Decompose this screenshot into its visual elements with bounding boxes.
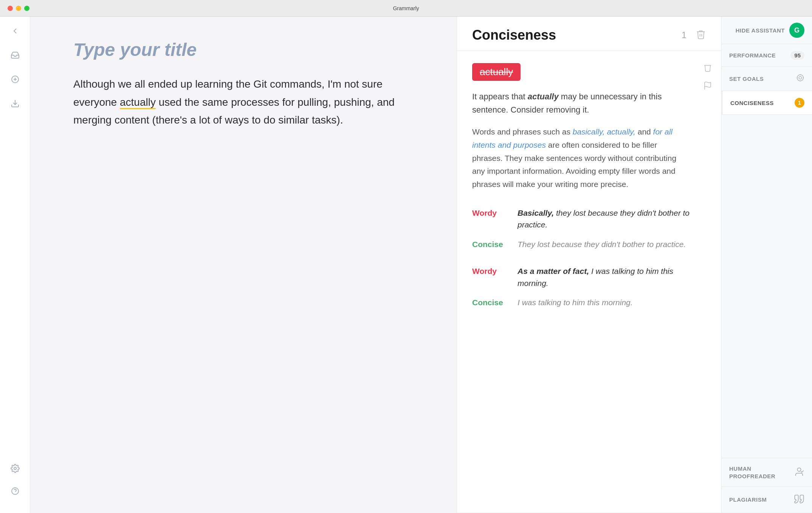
plagiarism-label: PLAGIARISM xyxy=(729,496,767,504)
panel-delete-icon[interactable] xyxy=(696,29,706,41)
example-row-2-concise: Concise I was talking to him this mornin… xyxy=(472,293,706,312)
grammarly-avatar[interactable]: G xyxy=(789,23,804,38)
help-icon[interactable] xyxy=(8,484,22,498)
conciseness-badge: 1 xyxy=(795,98,804,108)
editor-area[interactable]: Type your title Although we all ended up… xyxy=(30,17,457,513)
maximize-button[interactable] xyxy=(24,6,29,11)
window-controls xyxy=(8,6,29,11)
panel-header-right: 1 xyxy=(682,29,706,41)
suggestion-explanation: Words and phrases such as basically, act… xyxy=(472,125,684,191)
human-proofreader-label: HUMAN PROOFREADER xyxy=(729,465,794,480)
main-content: Type your title Although we all ended up… xyxy=(30,17,721,513)
concise-label-1: Concise xyxy=(472,235,518,254)
left-sidebar xyxy=(0,17,30,513)
example-row-2: Wordy As a matter of fact, I was talking… xyxy=(472,261,706,293)
card-flag-icon[interactable] xyxy=(703,81,712,92)
panel-header: Conciseness 1 xyxy=(457,17,721,51)
editor-container: Type your title Although we all ended up… xyxy=(73,39,414,129)
concise-text-2: I was talking to him this morning. xyxy=(518,293,706,312)
document-title[interactable]: Type your title xyxy=(73,39,414,60)
highlighted-word[interactable]: actually xyxy=(120,96,156,109)
left-sidebar-bottom xyxy=(8,462,22,505)
app-body: Type your title Although we all ended up… xyxy=(0,17,812,513)
wordy-text-2: As a matter of fact, I was talking to hi… xyxy=(518,261,706,293)
svg-point-4 xyxy=(14,467,16,470)
inbox-icon[interactable] xyxy=(8,48,22,62)
document-body[interactable]: Although we all ended up learning the Gi… xyxy=(73,75,414,129)
word-badge[interactable]: actually xyxy=(472,63,521,81)
performance-label: PERFORMANCE xyxy=(729,52,776,59)
example-row-1-concise: Concise They lost because they didn't bo… xyxy=(472,235,706,254)
card-delete-icon[interactable] xyxy=(703,63,712,74)
performance-score: 95 xyxy=(790,51,804,60)
conciseness-item[interactable]: CONCISENESS 1 xyxy=(722,91,812,115)
hide-assistant-label: HIDE ASSISTANT xyxy=(736,27,785,34)
minimize-button[interactable] xyxy=(16,6,21,11)
plagiarism-item[interactable]: PLAGIARISM xyxy=(722,487,812,513)
right-sidebar-header: HIDE ASSISTANT G xyxy=(722,17,812,44)
concise-text-1: They lost because they didn't bother to … xyxy=(518,235,706,254)
suggestion-main-text: It appears that actually may be unnecess… xyxy=(472,90,684,116)
window-title: Grammarly xyxy=(393,5,419,11)
svg-point-8 xyxy=(797,75,804,81)
suggestion-panel: Conciseness 1 xyxy=(457,17,721,513)
link-basically[interactable]: basically, actually, xyxy=(573,127,635,136)
human-proofreader-item[interactable]: HUMAN PROOFREADER xyxy=(722,458,812,487)
set-goals-item[interactable]: SET GOALS xyxy=(722,67,812,91)
concise-label-2: Concise xyxy=(472,293,518,312)
titlebar: Grammarly xyxy=(0,0,812,17)
examples-table: Wordy Basically, they lost because they … xyxy=(472,203,706,312)
back-icon[interactable] xyxy=(8,24,22,38)
performance-item[interactable]: PERFORMANCE 95 xyxy=(722,44,812,67)
svg-point-9 xyxy=(799,76,801,79)
wordy-label-1: Wordy xyxy=(472,203,518,235)
human-proofreader-icon xyxy=(794,467,804,479)
example-spacer xyxy=(472,254,706,261)
suggestion-card-actions xyxy=(703,63,712,92)
right-sidebar-bottom: HUMAN PROOFREADER PLAGIARISM xyxy=(722,458,812,513)
add-icon[interactable] xyxy=(8,73,22,86)
conciseness-label: CONCISENESS xyxy=(730,100,774,106)
close-button[interactable] xyxy=(8,6,13,11)
plagiarism-icon xyxy=(794,494,804,506)
suggestion-card: actually It appears that actually may be… xyxy=(457,51,721,513)
set-goals-icon xyxy=(796,74,804,84)
settings-icon[interactable] xyxy=(8,462,22,475)
wordy-label-2: Wordy xyxy=(472,261,518,293)
set-goals-label: SET GOALS xyxy=(729,76,764,82)
example-row-1: Wordy Basically, they lost because they … xyxy=(472,203,706,235)
svg-point-14 xyxy=(797,468,801,471)
panel-count: 1 xyxy=(682,30,686,40)
download-icon[interactable] xyxy=(8,97,22,110)
panel-title: Conciseness xyxy=(472,27,556,43)
right-sidebar: HIDE ASSISTANT G PERFORMANCE 95 SET GOAL… xyxy=(721,17,812,513)
wordy-text-1: Basically, they lost because they didn't… xyxy=(518,203,706,235)
